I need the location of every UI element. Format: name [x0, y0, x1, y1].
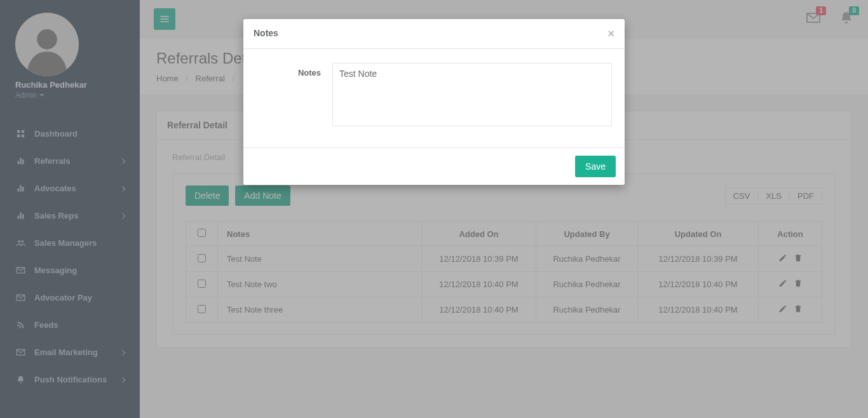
modal-close-button[interactable]: × — [607, 28, 614, 39]
notes-textarea[interactable] — [332, 63, 612, 126]
modal-title: Notes — [254, 28, 278, 39]
notes-modal: Notes × Notes Save — [243, 19, 625, 185]
notes-label: Notes — [256, 63, 332, 78]
modal-footer: Save — [243, 147, 625, 185]
save-button[interactable]: Save — [575, 156, 616, 177]
modal-header: Notes × — [243, 19, 625, 49]
modal-body: Notes — [243, 49, 625, 147]
